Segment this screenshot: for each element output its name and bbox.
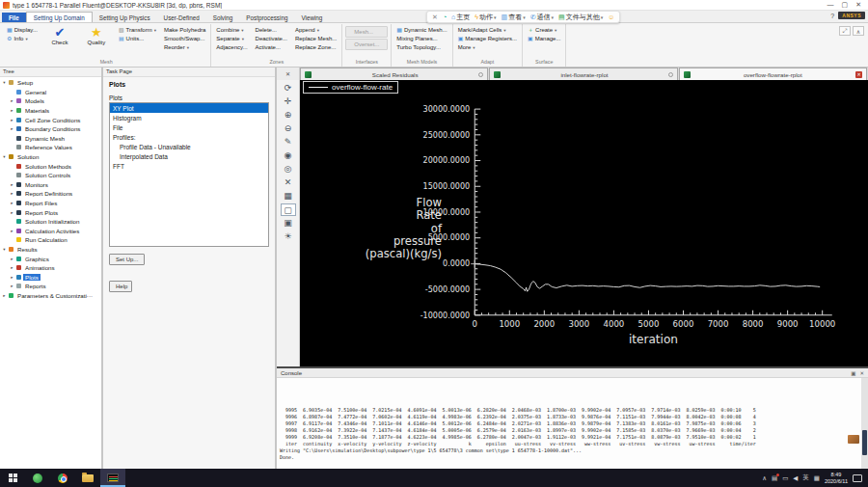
ribbon-button-dynamic-mesh-[interactable]: ▦Dynamic Mesh...	[394, 26, 448, 34]
plot-tab-overflow-flowrate-rplot[interactable]: overflow-flowrate-rplot✕	[679, 68, 867, 80]
tree-item-solution-initialization[interactable]: Solution Initialization	[0, 217, 101, 227]
plots-list-item-profiles-[interactable]: Profiles:	[110, 132, 268, 142]
ribbon-button-adjacency-[interactable]: Adjacency...	[214, 43, 249, 51]
console-close-icon[interactable]: ✕	[859, 370, 864, 376]
ribbon-button-more[interactable]: More▾	[456, 43, 519, 51]
tree-expand-icon[interactable]: ▸	[10, 182, 14, 187]
tree-expand-icon[interactable]: ▸	[10, 229, 14, 233]
ribbon-button-create[interactable]: ＋Create▾	[526, 26, 562, 34]
close-button[interactable]: ✕	[855, 1, 861, 9]
tray-volume-icon[interactable]: ◀	[793, 474, 798, 482]
ribbon-button-replace-zone-[interactable]: Replace Zone...	[293, 43, 339, 51]
zoom-in-icon[interactable]: ⊕	[281, 109, 296, 122]
ribbon-button-transform[interactable]: ▧Transform▾	[117, 26, 158, 34]
tree-item-report-definitions[interactable]: ▸Report Definitions	[0, 189, 101, 199]
overlay-communication[interactable]: ✆通信▾	[530, 13, 554, 22]
tree-item-solution[interactable]: ▾Solution	[0, 152, 101, 162]
tree-expand-icon[interactable]: ▸	[10, 257, 14, 261]
tree-expand-icon[interactable]: ▾	[2, 80, 7, 85]
tree-item-solution-methods[interactable]: Solution Methods	[0, 161, 101, 171]
plots-listbox[interactable]: XY PlotHistogramFileProfiles:Profile Dat…	[109, 102, 269, 247]
rotate-view-icon[interactable]: ⟳	[281, 82, 296, 95]
tray-app-icon[interactable]: ▤	[772, 474, 777, 482]
tree-item-graphics[interactable]: ▸Graphics	[0, 254, 101, 263]
console-pin-icon[interactable]: ▣	[851, 370, 855, 376]
tree-item-report-plots[interactable]: ▸Report Plots	[0, 207, 101, 217]
ribbon-button-mark-adapt-cells[interactable]: Mark/Adapt Cells▾	[456, 26, 519, 34]
tree-item-results[interactable]: ▾Results	[0, 245, 101, 255]
tree-expand-icon[interactable]: ▸	[10, 191, 14, 196]
ribbon-button-replace-mesh-[interactable]: Replace Mesh...	[293, 35, 339, 42]
clock[interactable]: 8:49 2020/6/11	[825, 472, 848, 484]
ribbon-tab-setting-up-physics[interactable]: Setting Up Physics	[93, 13, 157, 22]
tree-expand-icon[interactable]: ▸	[10, 118, 14, 122]
minimize-button[interactable]: —	[827, 1, 834, 9]
tree-item-solution-controls[interactable]: Solution Controls	[0, 171, 101, 180]
ribbon-tab-viewing[interactable]: Viewing	[294, 13, 329, 22]
pan-icon[interactable]: ✛	[281, 95, 296, 108]
ribbon-collapse-icon[interactable]: ∧	[853, 26, 864, 36]
console-output[interactable]: 9995 6.9035e-04 7.5100e-04 7.0215e-04 4.…	[277, 378, 868, 469]
tree-item-dynamic-mesh[interactable]: Dynamic Mesh	[0, 134, 101, 144]
touch-keyboard-icon[interactable]: ▦	[814, 474, 820, 482]
messenger-app-icon[interactable]	[25, 469, 50, 487]
tree-expand-icon[interactable]: ▾	[2, 247, 7, 252]
overlay-files[interactable]: ▤文件与其他▾	[558, 13, 603, 22]
ribbon-button-make-polyhedra[interactable]: Make Polyhedra	[162, 26, 207, 34]
ribbon-tab-user-defined[interactable]: User-Defined	[157, 13, 206, 22]
ribbon-button-quality[interactable]: ★Quality	[80, 24, 113, 45]
tree-item-parameters-customizati-[interactable]: ▸Parameters & Customizati···	[0, 291, 101, 301]
ribbon-button-info[interactable]: ⚙Info▾	[5, 35, 40, 42]
tree-item-reports[interactable]: ▸Reports	[0, 282, 101, 291]
ribbon-button-append[interactable]: Append▾	[293, 26, 339, 34]
help-task-button[interactable]: Help	[109, 281, 132, 292]
file-explorer-icon[interactable]	[75, 469, 100, 487]
ribbon-button-reorder[interactable]: Reorder▾	[162, 43, 207, 51]
ribbon-tab-file[interactable]: File	[2, 13, 26, 22]
tree-item-models[interactable]: ▸Models	[0, 96, 101, 106]
ribbon-button-deactivate-[interactable]: Deactivate...	[254, 35, 289, 42]
action-center-icon[interactable]	[853, 474, 862, 482]
plots-list-item-file[interactable]: File	[110, 122, 268, 132]
tray-display-icon[interactable]: ▭	[782, 474, 788, 482]
overlay-emoji-icon[interactable]: ☺	[608, 14, 614, 20]
tree-expand-icon[interactable]: ▸	[10, 126, 14, 131]
plot-tab-inlet-flowrate-rplot[interactable]: inlet-flowrate-rplot	[489, 68, 677, 80]
ribbon-button-turbo-topology-[interactable]: Turbo Topology...	[394, 43, 448, 51]
tree-item-cell-zone-conditions[interactable]: ▸Cell Zone Conditions	[0, 115, 101, 124]
ribbon-tab-setting-up-domain[interactable]: Setting Up Domain	[26, 12, 93, 22]
overlay-view[interactable]: ▥查看▾	[502, 13, 526, 22]
probe-icon[interactable]: ✎	[281, 136, 296, 149]
task-page-close-icon[interactable]: ✕	[277, 68, 300, 80]
ribbon-button-combine[interactable]: Combine▾	[214, 26, 249, 34]
plot-tab-scaled-residuals[interactable]: Scaled Residuals	[300, 68, 488, 80]
overlay-actions[interactable]: ϟ动作▾	[475, 13, 496, 22]
tree-item-plots[interactable]: ▸Plots	[0, 272, 101, 282]
tree-item-animations[interactable]: ▸Animations	[0, 263, 101, 273]
tree-expand-icon[interactable]: ▸	[10, 284, 14, 288]
help-button[interactable]: ?	[830, 13, 834, 19]
overlay-spinner-icon[interactable]: ◔	[443, 14, 447, 20]
tree-expand-icon[interactable]: ▸	[10, 275, 14, 280]
plots-list-item-profile-data-unavailable[interactable]: Profile Data - Unavailable	[110, 142, 268, 151]
tree-expand-icon[interactable]: ▸	[10, 210, 14, 215]
tree-item-calculation-activities[interactable]: ▸Calculation Activities	[0, 227, 101, 236]
tree-item-monitors[interactable]: ▸Monitors	[0, 180, 101, 190]
start-button[interactable]	[0, 469, 25, 487]
tree-item-boundary-conditions[interactable]: ▸Boundary Conditions	[0, 124, 101, 134]
tray-chevron-icon[interactable]: ∧	[762, 474, 767, 482]
axes-icon[interactable]: ✕	[281, 176, 296, 189]
tree-item-setup[interactable]: ▾Setup	[0, 78, 101, 88]
layers-icon[interactable]: ▣	[281, 217, 296, 230]
tree-item-reference-values[interactable]: Reference Values	[0, 143, 101, 152]
ribbon-tab-postprocessing[interactable]: Postprocessing	[239, 13, 294, 22]
plots-list-item-fft[interactable]: FFT	[110, 161, 268, 171]
tree-expand-icon[interactable]: ▸	[10, 201, 14, 205]
zoom-out-icon[interactable]: ⊖	[281, 122, 296, 135]
view-box-icon[interactable]: ▢	[281, 203, 296, 216]
maximize-button[interactable]: ▢	[842, 1, 849, 9]
ribbon-button-display-[interactable]: ▦Display...	[5, 26, 40, 34]
tree-expand-icon[interactable]: ▾	[2, 154, 7, 159]
tree-expand-icon[interactable]: ▸	[10, 265, 14, 270]
ribbon-button-manage-registers-[interactable]: ▣Manage Registers...	[456, 35, 519, 42]
